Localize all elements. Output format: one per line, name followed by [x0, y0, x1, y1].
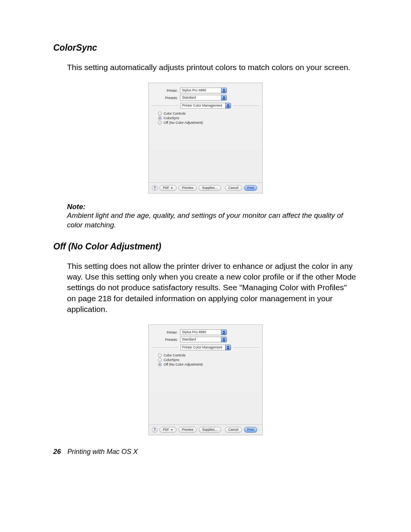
svg-marker-5: [227, 106, 229, 108]
radio-colorsync[interactable]: ColorSync: [158, 358, 262, 362]
heading-colorsync: ColorSync: [53, 43, 358, 53]
page-footer: 26 Printing with Mac OS X: [53, 448, 138, 456]
radio-label: ColorSync: [164, 116, 180, 120]
print-button[interactable]: Print: [244, 427, 257, 433]
svg-marker-2: [223, 96, 225, 97]
combo-pane-value: Printer Color Management: [180, 103, 225, 109]
combo-printer[interactable]: Stylus Pro 4880: [180, 88, 227, 93]
chevron-down-icon: ▼: [170, 185, 173, 190]
radio-off[interactable]: Off (No Color Adjustment): [158, 363, 262, 366]
svg-marker-0: [223, 89, 225, 90]
combo-pane[interactable]: Printer Color Management: [180, 345, 231, 350]
updown-icon[interactable]: [225, 103, 231, 109]
footer-title: Printing with Mac OS X: [67, 448, 138, 455]
separator: [152, 347, 178, 348]
svg-marker-7: [223, 333, 225, 334]
separator: [152, 105, 178, 106]
pdf-button[interactable]: PDF▼: [159, 185, 177, 191]
radio-color-controls[interactable]: Color Controls: [158, 353, 262, 357]
preview-button[interactable]: Preview: [178, 427, 197, 433]
radio-icon: [158, 121, 162, 125]
chevron-down-icon: ▼: [170, 427, 173, 432]
preview-button[interactable]: Preview: [178, 185, 197, 191]
svg-marker-8: [223, 338, 225, 339]
svg-marker-9: [223, 340, 225, 342]
screenshot-dialog-colorsync: Printer: Stylus Pro 4880 Presets: Standa…: [148, 83, 263, 193]
svg-marker-10: [227, 346, 229, 347]
cancel-button[interactable]: Cancel: [225, 185, 242, 191]
label-printer: Printer:: [149, 89, 180, 93]
radio-colorsync[interactable]: ColorSync: [158, 116, 262, 120]
svg-marker-11: [227, 348, 229, 350]
radio-icon: [158, 353, 162, 357]
updown-icon[interactable]: [221, 337, 227, 342]
combo-presets[interactable]: Standard: [180, 95, 227, 101]
label-presets: Presets:: [149, 96, 180, 100]
radio-label: Color Controls: [164, 112, 186, 115]
svg-marker-3: [223, 98, 225, 100]
svg-marker-6: [223, 331, 225, 332]
radio-icon: [158, 358, 162, 362]
combo-printer[interactable]: Stylus Pro 4880: [180, 329, 227, 335]
radio-icon: [158, 363, 162, 366]
separator: [233, 347, 260, 348]
updown-icon[interactable]: [225, 345, 231, 350]
radio-color-controls[interactable]: Color Controls: [158, 112, 262, 115]
combo-presets[interactable]: Standard: [180, 337, 227, 342]
heading-off-no-color: Off (No Color Adjustment): [53, 241, 358, 252]
radio-icon: [158, 116, 162, 120]
separator: [233, 105, 260, 106]
help-button[interactable]: ?: [152, 185, 158, 191]
radio-label: Off (No Color Adjustment): [164, 121, 203, 125]
screenshot-dialog-off: Printer: Stylus Pro 4880 Presets: Standa…: [148, 324, 263, 435]
combo-printer-value: Stylus Pro 4880: [180, 88, 221, 93]
pdf-button[interactable]: PDF▼: [159, 427, 177, 433]
cancel-button[interactable]: Cancel: [225, 427, 242, 433]
updown-icon[interactable]: [221, 95, 227, 101]
print-button[interactable]: Print: [244, 185, 257, 191]
radio-label: Color Controls: [164, 353, 186, 357]
supplies-button[interactable]: Supplies…: [199, 185, 221, 191]
label-presets: Presets:: [149, 338, 180, 342]
combo-pane[interactable]: Printer Color Management: [180, 103, 231, 109]
updown-icon[interactable]: [221, 329, 227, 335]
paragraph-colorsync: This setting automatically adjusts print…: [67, 62, 358, 73]
radio-off[interactable]: Off (No Color Adjustment): [158, 121, 262, 125]
updown-icon[interactable]: [221, 88, 227, 93]
radio-icon: [158, 112, 162, 115]
combo-presets-value: Standard: [180, 95, 221, 101]
svg-marker-1: [223, 91, 225, 93]
radio-label: Off (No Color Adjustment): [164, 363, 203, 366]
note-heading: Note:: [67, 203, 358, 211]
svg-marker-4: [227, 104, 229, 105]
paragraph-off-no-color: This setting does not allow the printer …: [67, 261, 358, 315]
note-text: Ambient light and the age, quality, and …: [67, 211, 358, 230]
combo-printer-value: Stylus Pro 4880: [180, 329, 221, 335]
label-printer: Printer:: [149, 331, 180, 334]
supplies-button[interactable]: Supplies…: [199, 427, 221, 433]
page-number: 26: [53, 448, 61, 455]
help-button[interactable]: ?: [152, 427, 158, 433]
radio-label: ColorSync: [164, 358, 180, 362]
combo-presets-value: Standard: [180, 337, 221, 342]
combo-pane-value: Printer Color Management: [180, 345, 225, 350]
